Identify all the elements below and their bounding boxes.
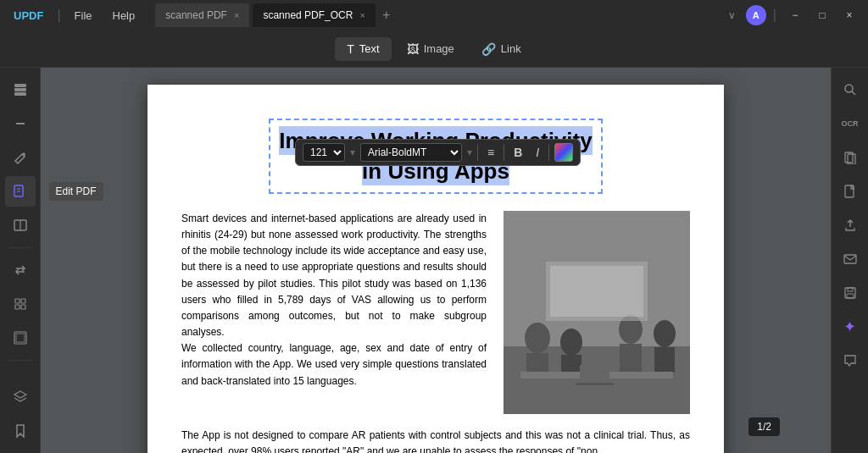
sidebar-icon-minus[interactable] — [5, 108, 36, 139]
sidebar-icon-reader[interactable] — [5, 210, 36, 240]
format-separator-3 — [548, 144, 549, 161]
svg-point-23 — [654, 320, 676, 347]
svg-rect-1 — [14, 88, 26, 91]
sidebar-icon-pages[interactable] — [5, 75, 36, 105]
toolbar-text-btn[interactable]: T Text — [335, 37, 391, 61]
italic-button[interactable]: I — [531, 144, 543, 161]
right-icon-pages[interactable] — [835, 142, 865, 173]
title-bar-separator: | — [57, 8, 60, 23]
sidebar-icon-edit-pdf[interactable] — [5, 176, 36, 207]
sep2: | — [773, 8, 776, 23]
svg-rect-24 — [654, 347, 675, 373]
tab-dropdown-chevron[interactable]: ∨ — [725, 8, 739, 23]
pdf-image-inner — [504, 211, 690, 414]
app-logo: UPDF — [7, 9, 50, 22]
text-edit-toolbar: 121 ▾ Arial-BoldMT ▾ ≡ B I — [295, 139, 581, 166]
svg-rect-29 — [576, 383, 614, 385]
page-indicator: 1/2 — [748, 417, 780, 436]
right-icon-comment[interactable] — [835, 345, 865, 376]
right-icon-doc[interactable] — [835, 176, 865, 207]
toolbar-text-label: Text — [359, 42, 380, 55]
link-toolbar-icon: 🔗 — [481, 42, 496, 56]
image-toolbar-icon: 🖼 — [407, 42, 419, 56]
right-icon-save[interactable] — [835, 278, 865, 308]
window-controls: − □ × — [783, 3, 861, 27]
pdf-bottom-text: The App is not designed to compare AR pa… — [181, 428, 690, 453]
sidebar-edit-pdf-wrapper: Edit PDF — [5, 176, 36, 207]
toolbar-image-label: Image — [424, 42, 454, 55]
left-sidebar: Edit PDF — [0, 68, 41, 453]
svg-point-19 — [560, 329, 582, 356]
right-sidebar: OCR ✦ — [831, 68, 868, 453]
tab-area: scanned PDF × scanned PDF_OCR × + — [155, 3, 718, 27]
toolbar-image-btn[interactable]: 🖼 Image — [395, 37, 466, 61]
pdf-bottom-paragraph: The App is not designed to compare AR pa… — [181, 428, 690, 453]
main-area: Edit PDF 121 ▾ Aria — [0, 68, 868, 453]
title-bar: UPDF | File Help scanned PDF × scanned P… — [0, 0, 868, 30]
menu-file[interactable]: File — [68, 6, 99, 25]
svg-rect-2 — [14, 92, 26, 96]
svg-line-31 — [852, 91, 855, 95]
right-icon-ocr[interactable]: OCR — [835, 108, 865, 139]
minimize-button[interactable]: − — [783, 3, 807, 27]
right-icon-ai[interactable]: ✦ — [835, 312, 865, 342]
right-icon-search[interactable] — [835, 75, 865, 105]
font-size-select[interactable]: 121 — [303, 143, 345, 162]
svg-rect-9 — [15, 299, 19, 303]
sidebar-icon-pages2[interactable] — [5, 289, 36, 319]
format-separator-2 — [504, 144, 504, 161]
svg-rect-12 — [21, 305, 25, 309]
color-picker-button[interactable] — [554, 143, 573, 162]
right-icon-export[interactable] — [835, 210, 865, 240]
svg-rect-27 — [550, 266, 643, 317]
pdf-image-column — [504, 211, 690, 414]
edit-pdf-tooltip: Edit PDF — [49, 182, 103, 201]
toolbar-link-label: Link — [501, 42, 521, 55]
sidebar-icon-bookmark[interactable] — [5, 416, 36, 446]
svg-rect-38 — [847, 294, 854, 298]
menu-help[interactable]: Help — [106, 6, 142, 25]
tab-add-button[interactable]: + — [379, 8, 393, 23]
main-toolbar: T Text 🖼 Image 🔗 Link — [0, 30, 868, 68]
svg-rect-35 — [844, 255, 856, 263]
tab-label-active: scanned PDF_OCR — [263, 9, 353, 21]
align-button[interactable]: ≡ — [483, 144, 498, 161]
tab-close-2[interactable]: × — [359, 10, 364, 20]
svg-point-17 — [525, 323, 550, 353]
svg-rect-11 — [15, 305, 19, 309]
pdf-article-image — [504, 211, 690, 414]
right-icon-mail[interactable] — [835, 244, 865, 274]
avatar[interactable]: A — [746, 5, 766, 25]
sidebar-icon-convert[interactable] — [5, 255, 36, 285]
tab-close-1[interactable]: × — [234, 10, 239, 20]
font-name-select[interactable]: Arial-BoldMT — [360, 143, 462, 162]
sidebar-separator-1 — [8, 247, 32, 248]
pdf-text-column: Smart devices and internet-based applica… — [181, 211, 487, 414]
sidebar-icon-layers[interactable] — [5, 382, 36, 412]
svg-rect-10 — [21, 299, 25, 303]
pdf-content: Smart devices and internet-based applica… — [181, 211, 690, 414]
text-toolbar-icon: T — [347, 42, 354, 56]
font-name-dropdown-icon[interactable]: ▾ — [467, 146, 472, 158]
sidebar-icon-annotate[interactable] — [5, 142, 36, 173]
close-button[interactable]: × — [837, 3, 861, 27]
pdf-area[interactable]: 121 ▾ Arial-BoldMT ▾ ≡ B I Improve Worki… — [41, 68, 831, 453]
bold-button[interactable]: B — [509, 144, 526, 161]
font-size-dropdown-icon[interactable]: ▾ — [350, 146, 355, 158]
svg-rect-14 — [16, 334, 25, 342]
tab-scanned-pdf-ocr[interactable]: scanned PDF_OCR × — [253, 3, 375, 27]
format-separator-1 — [477, 144, 478, 161]
maximize-button[interactable]: □ — [810, 3, 834, 27]
sidebar-separator-2 — [8, 360, 32, 361]
toolbar-link-btn[interactable]: 🔗 Link — [470, 37, 533, 61]
svg-rect-22 — [620, 344, 642, 373]
tab-scanned-pdf[interactable]: scanned PDF × — [155, 3, 249, 27]
tab-label: scanned PDF — [165, 9, 227, 21]
svg-point-30 — [845, 85, 853, 92]
svg-rect-28 — [580, 365, 609, 384]
sidebar-icon-pages3[interactable] — [5, 323, 36, 353]
pdf-body-text: Smart devices and internet-based applica… — [181, 211, 487, 389]
svg-rect-0 — [14, 84, 26, 87]
